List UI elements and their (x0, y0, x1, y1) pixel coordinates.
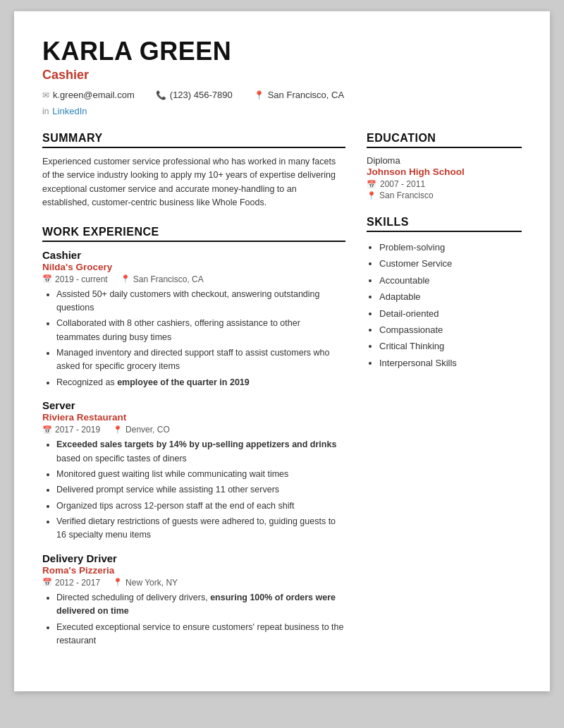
list-item: Executed exceptional service to ensure c… (56, 621, 345, 648)
main-layout: SUMMARY Experienced customer service pro… (42, 132, 522, 663)
work-experience-title: WORK EXPERIENCE (42, 226, 345, 242)
list-item: Verified dietary restrictions of guests … (56, 515, 345, 542)
phone-value: (123) 456-7890 (170, 90, 233, 100)
skill-item: Problem-solving (379, 239, 522, 255)
email-contact: ✉ k.green@email.com (42, 90, 135, 100)
linkedin-contact[interactable]: in LinkedIn (42, 106, 87, 116)
job-cashier: Cashier Nilda's Grocery 📅 2019 - current… (42, 249, 345, 390)
job-location-cashier: 📍 San Francisco, CA (121, 274, 204, 284)
phone-icon: 📞 (156, 90, 166, 100)
linkedin-icon: in (42, 107, 49, 116)
skill-item: Critical Thinking (379, 338, 522, 354)
skill-item: Detail-oriented (379, 305, 522, 322)
dates-cashier-value: 2019 - current (55, 274, 108, 284)
edu-location-value: San Francisco (379, 190, 434, 200)
driver-bullets: Directed scheduling of delivery drivers,… (42, 591, 345, 648)
company-nildas: Nilda's Grocery (42, 262, 345, 272)
skill-item: Customer Service (379, 255, 522, 272)
edu-dates-value: 2007 - 2011 (380, 179, 425, 189)
list-item: Delivered prompt service while assisting… (56, 483, 345, 497)
summary-section: SUMMARY Experienced customer service pro… (42, 132, 345, 210)
job-delivery-driver: Delivery Driver Roma's Pizzeria 📅 2012 -… (42, 552, 345, 648)
dates-driver-value: 2012 - 2017 (55, 578, 100, 588)
job-meta-driver: 📅 2012 - 2017 📍 New York, NY (42, 578, 345, 588)
linkedin-row: in LinkedIn (42, 106, 522, 119)
candidate-name: KARLA GREEN (42, 37, 522, 66)
list-item: Recognized as employee of the quarter in… (56, 376, 345, 389)
company-romas: Roma's Pizzeria (42, 565, 345, 576)
list-item: Organized tips across 12-person staff at… (56, 499, 345, 513)
skills-list: Problem-solving Customer Service Account… (367, 239, 522, 371)
company-riviera: Riviera Restaurant (42, 412, 345, 423)
summary-title: SUMMARY (42, 132, 345, 148)
location-driver-value: New York, NY (125, 578, 178, 588)
list-item: Monitored guest waiting list while commu… (56, 468, 345, 481)
location-icon-server: 📍 (113, 425, 123, 435)
server-bullets: Exceeded sales targets by 14% by up-sell… (42, 438, 345, 542)
job-meta-server: 📅 2017 - 2019 📍 Denver, CO (42, 425, 345, 435)
location-icon-driver: 📍 (113, 578, 123, 587)
summary-text: Experienced customer service professiona… (42, 155, 345, 210)
edu-dates: 📅 2007 - 2011 (367, 179, 522, 189)
job-title-cashier: Cashier (42, 249, 345, 261)
location-icon: 📍 (254, 90, 264, 100)
job-location-driver: 📍 New York, NY (113, 578, 178, 588)
job-title-driver: Delivery Driver (42, 552, 345, 564)
phone-contact: 📞 (123) 456-7890 (156, 90, 233, 100)
location-icon-edu: 📍 (367, 191, 376, 200)
list-item: Directed scheduling of delivery drivers,… (56, 591, 345, 619)
work-experience-section: WORK EXPERIENCE Cashier Nilda's Grocery … (42, 226, 345, 648)
location-cashier-value: San Francisco, CA (133, 274, 204, 284)
job-dates-driver: 📅 2012 - 2017 (42, 578, 100, 588)
dates-server-value: 2017 - 2019 (55, 425, 100, 435)
calendar-icon-driver: 📅 (42, 578, 52, 587)
job-dates-cashier: 📅 2019 - current (42, 274, 108, 284)
job-meta-cashier: 📅 2019 - current 📍 San Francisco, CA (42, 274, 345, 284)
resume-container: KARLA GREEN Cashier ✉ k.green@email.com … (14, 11, 550, 691)
candidate-title: Cashier (42, 68, 522, 83)
education-section: EDUCATION Diploma Johnson High School 📅 … (367, 132, 522, 200)
list-item: Exceeded sales targets by 14% by up-sell… (56, 438, 345, 466)
skills-title: SKILLS (367, 216, 522, 232)
calendar-icon-server: 📅 (42, 425, 52, 435)
list-item: Managed inventory and directed support s… (56, 346, 345, 374)
location-value: San Francisco, CA (268, 90, 344, 100)
skill-item: Accountable (379, 272, 522, 289)
job-title-server: Server (42, 399, 345, 411)
edu-school: Johnson High School (367, 166, 522, 177)
job-dates-server: 📅 2017 - 2019 (42, 425, 100, 435)
skill-item: Compassionate (379, 322, 522, 338)
education-title: EDUCATION (367, 132, 522, 148)
location-server-value: Denver, CO (125, 425, 170, 435)
skill-item: Interpersonal Skills (379, 355, 522, 371)
location-icon-cashier: 📍 (121, 274, 130, 284)
edu-degree: Diploma (367, 155, 522, 166)
contact-row: ✉ k.green@email.com 📞 (123) 456-7890 📍 S… (42, 90, 522, 103)
linkedin-link[interactable]: LinkedIn (52, 106, 87, 116)
skills-section: SKILLS Problem-solving Customer Service … (367, 216, 522, 371)
email-value: k.green@email.com (53, 90, 135, 100)
email-icon: ✉ (42, 90, 49, 100)
list-item: Collaborated with 8 other cashiers, offe… (56, 317, 345, 344)
edu-location: 📍 San Francisco (367, 190, 522, 200)
job-location-server: 📍 Denver, CO (113, 425, 170, 435)
calendar-icon-cashier: 📅 (42, 274, 52, 284)
job-server: Server Riviera Restaurant 📅 2017 - 2019 … (42, 399, 345, 542)
list-item: Assisted 50+ daily customers with checko… (56, 288, 345, 315)
right-column: EDUCATION Diploma Johnson High School 📅 … (367, 132, 522, 663)
calendar-icon-edu: 📅 (367, 180, 376, 189)
skill-item: Adaptable (379, 289, 522, 305)
cashier-bullets: Assisted 50+ daily customers with checko… (42, 288, 345, 390)
left-column: SUMMARY Experienced customer service pro… (42, 132, 345, 663)
location-contact: 📍 San Francisco, CA (254, 90, 344, 100)
